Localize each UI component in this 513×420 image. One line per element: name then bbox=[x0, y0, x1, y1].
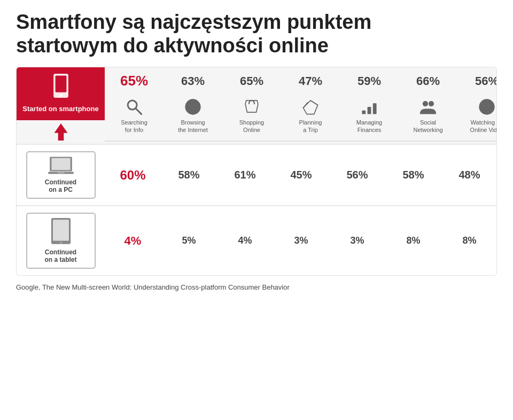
icon-social: SocialNetworking bbox=[399, 98, 457, 134]
pc-pct-social: 58% bbox=[385, 169, 441, 181]
tablet-label: Continued on a tablet bbox=[44, 248, 76, 263]
svg-point-16 bbox=[429, 101, 434, 106]
smartphone-label: Started on smartphone bbox=[22, 105, 98, 114]
svg-rect-20 bbox=[51, 158, 70, 170]
icon-shopping: ShoppingOnline bbox=[222, 98, 281, 134]
tablet-percent-row: 4%5%4%3%3%8%8% bbox=[105, 206, 497, 275]
svg-point-25 bbox=[60, 242, 62, 244]
pc-pct-browsing: 58% bbox=[161, 169, 217, 181]
svg-point-2 bbox=[59, 95, 62, 97]
pc-pct-planning: 45% bbox=[273, 169, 329, 181]
pc-pct-searching: 60% bbox=[105, 168, 161, 183]
pc-pct-watching: 48% bbox=[441, 169, 497, 181]
arrow-down bbox=[17, 120, 105, 144]
smartphone-device: Started on smartphone bbox=[17, 67, 105, 120]
smartphone-percent-row: 65%63%65%47%59%66%56% bbox=[105, 67, 497, 92]
pc-device: Continued on a PC bbox=[17, 145, 105, 205]
svg-point-15 bbox=[423, 101, 428, 106]
smartphone-pct-planning: 47% bbox=[283, 74, 339, 88]
icon-managing: ManagingFinances bbox=[340, 98, 399, 134]
svg-rect-22 bbox=[57, 172, 64, 174]
main-title: Smartfony są najczęstszym punktem starto… bbox=[16, 11, 497, 57]
svg-line-11 bbox=[303, 103, 308, 108]
svg-rect-12 bbox=[362, 111, 366, 114]
infographic: Started on smartphone 65%63%65%47%59%66%… bbox=[16, 67, 497, 276]
icon-browsing: Browsingthe Internet bbox=[164, 98, 222, 134]
svg-rect-24 bbox=[53, 220, 69, 240]
smartphone-pct-social: 66% bbox=[400, 74, 456, 88]
smartphone-pct-shopping: 65% bbox=[224, 74, 280, 88]
tablet-row: Continued on a tablet 4%5%4%3%3%8%8% bbox=[17, 205, 496, 275]
tablet-pct-browsing: 5% bbox=[161, 235, 217, 246]
pc-label: Continued on a PC bbox=[45, 178, 76, 193]
svg-marker-3 bbox=[54, 123, 67, 141]
pc-pct-shopping: 61% bbox=[217, 169, 273, 181]
footer: Google, The New Multi-screen World: Unde… bbox=[16, 283, 497, 291]
smartphone-data: 65%63%65%47%59%66%56% Searchingfor Info … bbox=[105, 67, 497, 144]
arrow-icon bbox=[53, 123, 68, 141]
pc-row: Continued on a PC 60%58%61%45%56%58%48% bbox=[17, 144, 496, 205]
smartphone-icon bbox=[48, 74, 74, 102]
tablet-pct-watching: 8% bbox=[441, 235, 497, 246]
svg-rect-1 bbox=[55, 76, 66, 92]
icon-watching: Watching anOnline Video bbox=[457, 98, 497, 134]
tablet-icon bbox=[50, 218, 72, 246]
tablet-pct-managing: 3% bbox=[329, 235, 385, 246]
svg-rect-14 bbox=[373, 104, 377, 114]
smartphone-pct-watching: 56% bbox=[459, 74, 498, 88]
svg-rect-13 bbox=[368, 107, 371, 114]
pc-icon bbox=[48, 157, 74, 176]
pc-percent-row: 60%58%61%45%56%58%48% bbox=[105, 145, 497, 205]
tablet-pct-social: 8% bbox=[385, 235, 441, 246]
smartphone-pct-searching: 65% bbox=[106, 73, 162, 89]
smartphone-pct-managing: 59% bbox=[341, 74, 398, 88]
tablet-pct-searching: 4% bbox=[105, 234, 161, 248]
icons-row: Searchingfor Info Browsingthe Internet S… bbox=[105, 92, 497, 142]
tablet-device: Continued on a tablet bbox=[17, 206, 105, 275]
tablet-pct-planning: 3% bbox=[273, 235, 329, 246]
icon-searching: Searchingfor Info bbox=[105, 98, 164, 134]
smartphone-pct-browsing: 63% bbox=[165, 74, 221, 88]
icon-planning: Planninga Trip bbox=[281, 98, 340, 134]
pc-pct-managing: 56% bbox=[329, 169, 385, 181]
tablet-pct-shopping: 4% bbox=[217, 235, 273, 246]
svg-line-5 bbox=[136, 108, 142, 114]
